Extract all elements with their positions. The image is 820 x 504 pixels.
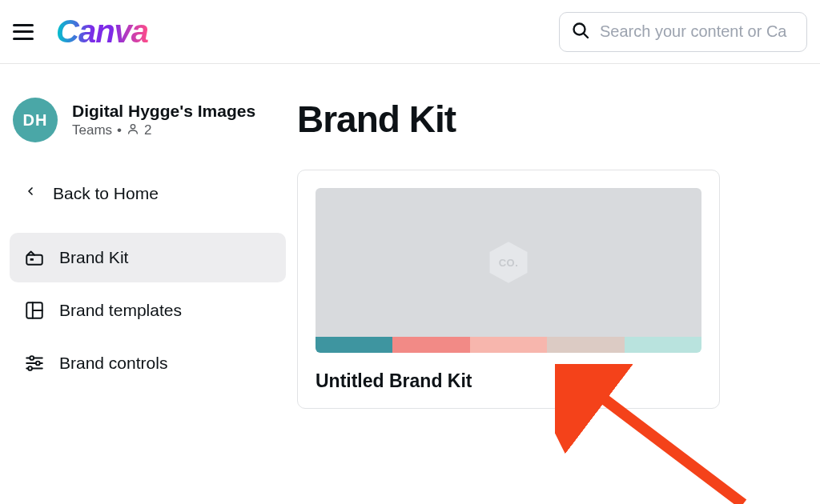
brand-preview: CO. [316, 188, 701, 337]
canva-logo[interactable]: Canva [56, 14, 148, 50]
palette-color [316, 337, 392, 353]
search-input[interactable] [600, 22, 795, 41]
brand-kit-name: Untitled Brand Kit [316, 370, 701, 392]
menu-button[interactable] [13, 24, 34, 40]
palette-color [392, 337, 469, 353]
search-bar[interactable] [559, 12, 807, 52]
page-title: Brand Kit [297, 98, 820, 141]
team-meta: Teams • 2 [72, 122, 255, 139]
palette-color [547, 337, 624, 353]
svg-point-13 [28, 366, 32, 370]
team-name: Digital Hygge's Images [72, 102, 255, 121]
svg-point-11 [36, 362, 40, 366]
sidebar-item-label: Brand templates [59, 301, 182, 320]
palette-color [470, 337, 547, 353]
svg-line-1 [584, 34, 588, 38]
chevron-left-icon [24, 182, 37, 204]
svg-rect-4 [30, 258, 34, 261]
team-info[interactable]: DH Digital Hygge's Images Teams • 2 [10, 98, 292, 142]
sidebar-item-label: Brand controls [59, 354, 167, 373]
palette-color [625, 337, 701, 353]
app-header: Canva [0, 0, 820, 64]
svg-point-2 [131, 124, 135, 128]
controls-icon [24, 353, 45, 374]
body: DH Digital Hygge's Images Teams • 2 [0, 64, 820, 409]
brand-kit-icon [24, 247, 45, 268]
back-label: Back to Home [53, 184, 159, 203]
people-icon [127, 122, 139, 139]
sidebar-item-brand-templates[interactable]: Brand templates [10, 286, 286, 335]
main-content: Brand Kit CO. Untitled Brand Kit [292, 98, 820, 409]
placeholder-logo-icon: CO. [486, 240, 531, 285]
templates-icon [24, 300, 45, 321]
sidebar-item-label: Brand Kit [59, 248, 128, 267]
svg-rect-3 [26, 255, 42, 265]
sidebar-item-brand-controls[interactable]: Brand controls [10, 338, 286, 388]
svg-point-9 [30, 356, 34, 360]
sidebar-item-brand-kit[interactable]: Brand Kit [10, 233, 286, 282]
team-avatar: DH [13, 98, 58, 142]
color-palette-strip [316, 337, 701, 353]
brand-kit-card[interactable]: CO. Untitled Brand Kit [297, 170, 720, 409]
sidebar: DH Digital Hygge's Images Teams • 2 [0, 98, 292, 409]
search-icon [571, 21, 590, 43]
back-to-home[interactable]: Back to Home [10, 170, 292, 217]
